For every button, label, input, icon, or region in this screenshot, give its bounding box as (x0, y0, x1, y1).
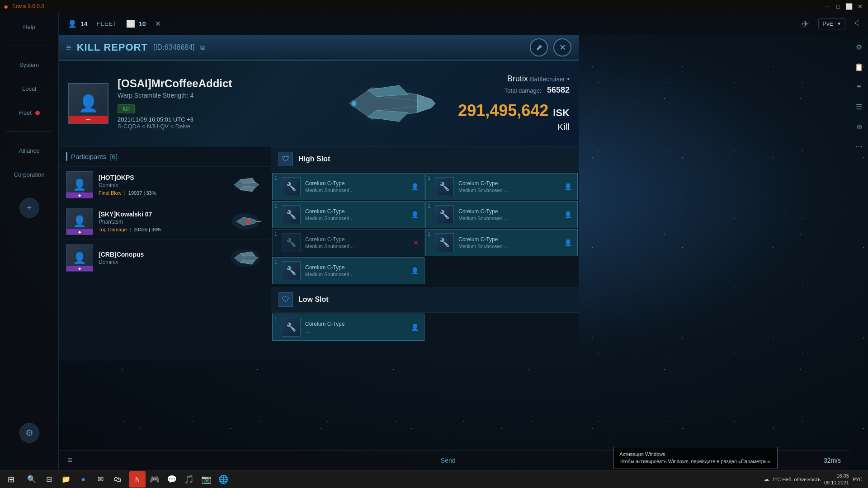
right-sidebar-icon-4[interactable]: ☰ (851, 99, 867, 115)
modal-close-button[interactable]: ✕ (553, 38, 571, 56)
slot-item-h5[interactable]: 1 🔧 Corelum C-Type Medium Snubnosed ... … (272, 229, 425, 256)
slot-info-h4: Corelum C-Type Medium Snubnosed ... (458, 208, 560, 221)
slot-item-h3[interactable]: 1 🔧 Corelum C-Type Medium Snubnosed ... … (272, 201, 425, 228)
participant-card-1[interactable]: 👤 ◆ [HOT]OKPS Dominix Final Blow | 19037… (59, 166, 271, 203)
taskbar-app-6[interactable]: 🌐 (215, 471, 231, 488)
section-indicator (66, 152, 67, 161)
top-nav-bar: 👤 14 FLEET ⬜ 10 ✕ ✈ PvE ▼ ⧼ (59, 13, 868, 35)
modal-export-button[interactable]: ⬈ (530, 38, 548, 56)
taskbar-store-icon[interactable]: 🛍 (109, 471, 126, 488)
sidebar-item-help[interactable]: Help (0, 22, 58, 32)
slot-action-icon-h6: 👤 (564, 239, 572, 246)
high-slot-header: 🛡 High Slot (271, 146, 579, 172)
slot-number-h6: 1 (428, 231, 430, 237)
slot-number-h7: 1 (274, 259, 277, 265)
slot-item-h4[interactable]: 1 🔧 Corelum C-Type Medium Snubnosed ... … (425, 201, 578, 228)
slot-subname-h3: Medium Snubnosed ... (305, 216, 406, 221)
right-sidebar-icon-2[interactable]: 📋 (851, 59, 867, 75)
nav-group-fleet-count: 👤 14 (68, 19, 88, 28)
slot-img-h7: 🔧 (282, 261, 301, 280)
settings-button[interactable]: ⚙ (19, 423, 39, 443)
slot-item-h7[interactable]: 1 🔧 Corelum C-Type Medium Snubnosed ... … (272, 257, 425, 284)
taskbar-chrome-icon[interactable]: ● (75, 471, 91, 488)
taskbar-app-2[interactable]: 🎮 (146, 471, 163, 488)
send-button[interactable]: Send (441, 457, 456, 464)
speed-display: 32m/s (824, 457, 841, 464)
right-sidebar-icon-3[interactable]: ≡ (851, 79, 867, 95)
right-sidebar-icon-6[interactable]: ⋯ (851, 138, 867, 155)
slot-number-h2: 1 (428, 175, 430, 181)
slot-destroyed-icon-h5: ✕ (413, 239, 419, 246)
taskbar-date-value: 09.11.2021 (824, 479, 849, 486)
slot-name-h5: Corelum C-Type (305, 236, 409, 244)
participant-info-2: [SKY]Kowalski 07 Phantasm Top Damage | 2… (99, 211, 222, 232)
slot-action-icon-h7: 👤 (411, 267, 419, 274)
fleet-label: FLEET (97, 20, 117, 27)
restore-button[interactable]: □ (834, 2, 843, 11)
nav-group-fleet-label[interactable]: FLEET (97, 20, 117, 27)
slot-img-h6: 🔧 (435, 233, 454, 252)
add-channel-button[interactable]: + (19, 198, 39, 218)
slot-subname-h2: Medium Snubnosed ... (458, 188, 560, 193)
slot-item-h1[interactable]: 1 🔧 Corelum C-Type Medium Snubnosed ... … (272, 173, 425, 200)
nav-group-windows: ⬜ 10 (126, 19, 146, 28)
modal-menu-icon[interactable]: ≡ (66, 42, 71, 53)
nav-close-button[interactable]: ✕ (155, 19, 161, 28)
right-sidebar-icon-5[interactable]: ⊕ (851, 118, 867, 135)
low-slot-icon: 🛡 (278, 292, 293, 307)
participant-avatar-2: 👤 ◆ (66, 208, 93, 235)
modal-copy-icon[interactable]: ⧉ (200, 44, 205, 52)
participant-ship-img-1 (227, 173, 264, 197)
sidebar-item-system[interactable]: System (0, 60, 58, 70)
participant-name-2: [SKY]Kowalski 07 (99, 211, 222, 218)
taskbar-search-icon[interactable]: 🔍 (24, 471, 40, 488)
slot-info-h3: Corelum C-Type Medium Snubnosed ... (305, 208, 406, 221)
taskbar-quick-icons: 🔍 ⊟ 📁 ● ✉ 🛍 (22, 471, 127, 488)
taskbar-explorer-icon[interactable]: 📁 (58, 471, 74, 488)
participant-role-2: Top Damage | 20435 | 36% (99, 227, 222, 232)
slot-item-h2[interactable]: 1 🔧 Corelum C-Type Medium Snubnosed ... … (425, 173, 578, 200)
gear-icon: ⚙ (25, 427, 33, 438)
filter-icon[interactable]: ⧼ (854, 19, 859, 29)
taskbar-clock: 16:05 09.11.2021 (824, 473, 849, 486)
slot-number-h1: 1 (274, 175, 277, 181)
plus-icon: + (27, 203, 32, 213)
damage-label: Total damage: (505, 87, 542, 94)
participants-panel: Participants [6] 👤 ◆ [HOT]OKPS Dominix F… (59, 146, 271, 361)
minimize-button[interactable]: ─ (823, 2, 832, 11)
taskbar-app-5[interactable]: 📷 (198, 471, 214, 488)
taskbar-task-view-icon[interactable]: ⊟ (41, 471, 57, 488)
sidebar-item-fleet[interactable]: Fleet (0, 108, 58, 118)
taskbar-app-1[interactable]: N (129, 471, 146, 488)
slot-item-l1[interactable]: 1 🔧 Corelum C-Type ... 👤 (272, 314, 425, 341)
kill-stats: Brutix Battlecruiser • Total damage: 565… (458, 74, 570, 132)
taskbar-lang: РУС (853, 477, 863, 482)
taskbar-app-3[interactable]: 💬 (164, 471, 180, 488)
high-slot-grid: 1 🔧 Corelum C-Type Medium Snubnosed ... … (271, 172, 579, 285)
sidebar-item-alliance[interactable]: Alliance (0, 145, 58, 156)
sidebar-item-corporation[interactable]: Corporation (0, 169, 58, 180)
close-button[interactable]: ✕ (855, 2, 864, 11)
participant-card-2[interactable]: 👤 ◆ [SKY]Kowalski 07 Phantasm Top Damage… (59, 203, 271, 239)
sidebar-item-local[interactable]: Local (0, 84, 58, 94)
slot-item-h6[interactable]: 1 🔧 Corelum C-Type Medium Snubnosed ... … (425, 229, 578, 256)
taskbar-app-4[interactable]: 🎵 (181, 471, 197, 488)
taskbar-mail-icon[interactable]: ✉ (92, 471, 108, 488)
slot-name-h2: Corelum C-Type (458, 180, 560, 188)
slot-subname-h4: Medium Snubnosed ... (458, 216, 560, 221)
kill-banner: 👤 — [OSAI]MrCoffeeAddict Warp Scramble S… (59, 61, 579, 146)
ship-svg (327, 70, 444, 137)
slot-action-icon-h3: 👤 (411, 211, 419, 218)
maximize-button[interactable]: ⬜ (844, 2, 854, 11)
right-sidebar-icon-1[interactable]: ⚙ (851, 39, 867, 55)
slot-name-h7: Corelum C-Type (305, 264, 406, 272)
pve-mode-selector[interactable]: PvE ▼ (818, 18, 845, 29)
pve-label: PvE (822, 20, 833, 27)
participant-card-3[interactable]: 👤 ◆ [CRB]Conopus Dominix (59, 239, 271, 276)
rank-badge-1: ◆ (66, 192, 93, 198)
pilot-warp-scramble: Warp Scramble Strength: 4 (118, 92, 313, 99)
participant-avatar-1: 👤 ◆ (66, 171, 93, 198)
start-button[interactable]: ⊞ (0, 470, 22, 488)
pilot-avatar: 👤 — (68, 83, 108, 124)
slot-img-h3: 🔧 (282, 205, 301, 224)
